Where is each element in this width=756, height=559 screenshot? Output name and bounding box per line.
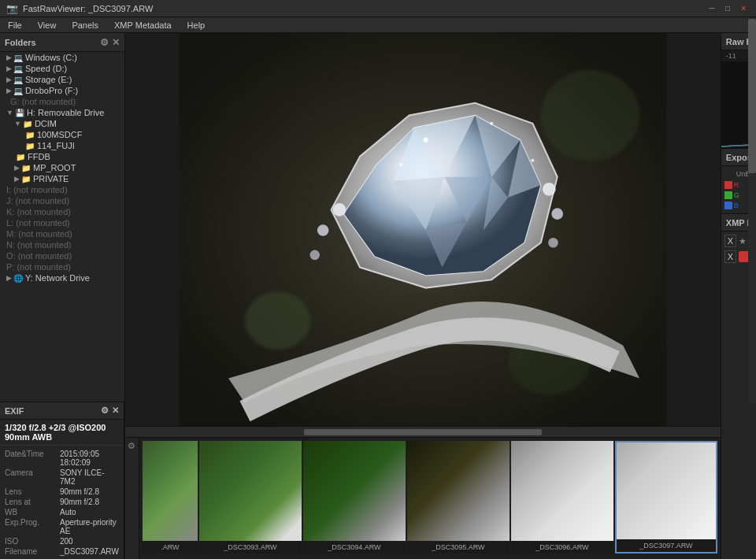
folders-close-icon[interactable]: ✕ bbox=[112, 37, 120, 48]
exif-close-icon[interactable]: ✕ bbox=[112, 405, 119, 416]
folder-icon: 📁 bbox=[21, 175, 31, 183]
folder-label: P: (not mounted) bbox=[6, 262, 71, 272]
menu-file[interactable]: File bbox=[3, 20, 27, 30]
folder-arrow: ▶ bbox=[6, 274, 12, 282]
folder-label: H: Removable Drive bbox=[27, 108, 104, 117]
film-item-6[interactable]: _DSC3097.ARW bbox=[615, 441, 717, 553]
exif-settings-icon[interactable]: ⚙ bbox=[101, 405, 109, 416]
folder-item-m[interactable]: M: (not mounted) bbox=[0, 228, 124, 239]
exp-channel-r bbox=[724, 181, 732, 189]
film-thumb-1 bbox=[143, 441, 198, 541]
folder-label: L: (not mounted) bbox=[6, 218, 70, 228]
xmp-star-1[interactable]: ★ bbox=[739, 236, 747, 246]
menu-view[interactable]: View bbox=[33, 20, 61, 30]
folder-label: O: (not mounted) bbox=[6, 251, 72, 261]
folder-item-dcim[interactable]: ▼ 📁 DCIM bbox=[0, 118, 124, 129]
app-icon: 📷 bbox=[6, 3, 18, 14]
folder-label: Y: Network Drive bbox=[25, 273, 90, 283]
film-item-2[interactable]: _DSC3093.ARW bbox=[199, 441, 302, 553]
filmstrip-settings-icon[interactable]: ⚙ bbox=[128, 441, 135, 451]
exif-summary: 1/320 f/2.8 +2/3 @ISO200 90mm AWB bbox=[0, 420, 124, 446]
film-item-3[interactable]: _DSC3094.ARW bbox=[303, 441, 406, 553]
folder-item-p[interactable]: P: (not mounted) bbox=[0, 261, 124, 272]
menu-xmp[interactable]: XMP Metadata bbox=[109, 20, 176, 30]
folder-item-i[interactable]: I: (not mounted) bbox=[0, 184, 124, 195]
main-image-area[interactable] bbox=[125, 33, 721, 426]
vscrollbar-thumb[interactable] bbox=[748, 19, 756, 173]
minimize-button[interactable]: ─ bbox=[706, 2, 718, 15]
drive-icon: 💾 bbox=[15, 109, 24, 117]
filmstrip-items: .ARW _DSC3093.ARW _DSC3094.ARW _DSC3095.… bbox=[139, 438, 721, 559]
exif-row-lens: Lens 90mm f/2.8 bbox=[0, 487, 124, 497]
folder-item-windows[interactable]: ▶ 💻 Windows (C:) bbox=[0, 52, 124, 63]
network-icon: 🌐 bbox=[13, 274, 23, 283]
folder-item-j[interactable]: J: (not mounted) bbox=[0, 195, 124, 206]
film-label-5: _DSC3096.ARW bbox=[511, 541, 613, 553]
folder-item-g[interactable]: G: (not mounted) bbox=[0, 96, 124, 107]
film-thumb-3 bbox=[303, 441, 406, 541]
folder-item-storage[interactable]: ▶ 💻 Storage (E:) bbox=[0, 74, 124, 85]
folder-label: Speed (D:) bbox=[25, 64, 67, 73]
film-item-4[interactable]: _DSC3095.ARW bbox=[407, 441, 510, 553]
xmp-clear-color-button[interactable]: X bbox=[724, 250, 736, 263]
folders-settings-icon[interactable]: ⚙ bbox=[100, 37, 109, 48]
folder-tree[interactable]: ▶ 💻 Windows (C:) ▶ 💻 Speed (D:) ▶ 💻 Stor… bbox=[0, 52, 124, 402]
film-item-5[interactable]: _DSC3096.ARW bbox=[511, 441, 613, 553]
film-item-1[interactable]: .ARW bbox=[143, 441, 198, 553]
folder-icon: 📁 bbox=[25, 142, 35, 150]
folder-item-y[interactable]: ▶ 🌐 Y: Network Drive bbox=[0, 272, 124, 283]
folder-item-100msdcf[interactable]: 📁 100MSDCF bbox=[0, 129, 124, 140]
svg-point-17 bbox=[543, 183, 556, 196]
folder-item-o[interactable]: O: (not mounted) bbox=[0, 250, 124, 261]
folder-arrow: ▶ bbox=[14, 175, 20, 183]
exif-row-filename: Filename _DSC3097.ARW bbox=[0, 546, 124, 557]
drive-icon: 💻 bbox=[13, 65, 23, 73]
exp-channel-label-r: R bbox=[734, 181, 737, 189]
folder-item-l[interactable]: L: (not mounted) bbox=[0, 217, 124, 228]
film-label-2: _DSC3093.ARW bbox=[199, 541, 302, 553]
folder-arrow: ▼ bbox=[14, 120, 21, 128]
folder-arrow: ▶ bbox=[6, 87, 12, 94]
film-thumb-6 bbox=[617, 442, 716, 539]
folder-label: MP_ROOT bbox=[33, 163, 76, 172]
folder-label: DCIM bbox=[35, 119, 57, 128]
folder-arrow: ▶ bbox=[6, 54, 12, 61]
folder-label: M: (not mounted) bbox=[6, 229, 72, 239]
vertical-scrollbar[interactable] bbox=[748, 17, 756, 403]
ev-label-1: -11 bbox=[726, 52, 736, 60]
folder-icon: 📁 bbox=[16, 153, 25, 161]
folder-item-drobo[interactable]: ▶ 💻 DroboPro (F:) bbox=[0, 85, 124, 96]
folder-label: Storage (E:) bbox=[25, 75, 72, 84]
xmp-reject-button[interactable]: X bbox=[724, 235, 736, 247]
exif-panel-header: EXIF ⚙ ✕ bbox=[0, 402, 124, 420]
folder-label: I: (not mounted) bbox=[6, 185, 68, 194]
folder-label: K: (not mounted) bbox=[6, 207, 71, 217]
scrollbar-thumb[interactable] bbox=[304, 429, 542, 435]
svg-point-21 bbox=[490, 122, 493, 125]
menu-panels[interactable]: Panels bbox=[67, 20, 103, 30]
folder-item-k[interactable]: K: (not mounted) bbox=[0, 206, 124, 217]
film-label-3: _DSC3094.ARW bbox=[303, 541, 406, 553]
maximize-button[interactable]: □ bbox=[721, 2, 734, 15]
close-button[interactable]: ✕ bbox=[737, 2, 750, 15]
film-thumb-4 bbox=[407, 441, 510, 541]
folder-item-114fuji[interactable]: 📁 114_FUJI bbox=[0, 140, 124, 151]
folder-item-ffdb[interactable]: 📁 FFDB bbox=[0, 151, 124, 162]
filmstrip: ⚙ .ARW _DSC3093.ARW _DSC3094.ARW bbox=[125, 437, 721, 559]
exif-row-wb: WB Auto bbox=[0, 507, 124, 517]
menu-help[interactable]: Help bbox=[183, 20, 210, 30]
folder-item-mproot[interactable]: ▶ 📁 MP_ROOT bbox=[0, 162, 124, 173]
folder-item-private[interactable]: ▶ 📁 PRIVATE bbox=[0, 173, 124, 184]
folder-item-h[interactable]: ▼ 💾 H: Removable Drive bbox=[0, 107, 124, 118]
exp-channel-g bbox=[724, 191, 732, 199]
folder-item-n[interactable]: N: (not mounted) bbox=[0, 239, 124, 250]
folder-label: DroboPro (F:) bbox=[25, 86, 78, 95]
folder-item-speed[interactable]: ▶ 💻 Speed (D:) bbox=[0, 63, 124, 74]
center-panel: ⚙ .ARW _DSC3093.ARW _DSC3094.ARW bbox=[125, 33, 721, 559]
folder-label: 114_FUJI bbox=[37, 141, 75, 150]
drive-icon: 💻 bbox=[13, 76, 23, 84]
title-text: FastRawViewer: _DSC3097.ARW bbox=[23, 4, 153, 13]
exif-row-datetime: Date&Time 2015:09:05 18:02:09 bbox=[0, 449, 124, 468]
drive-icon: 💻 bbox=[13, 87, 23, 95]
horizontal-scrollbar[interactable] bbox=[125, 426, 721, 437]
